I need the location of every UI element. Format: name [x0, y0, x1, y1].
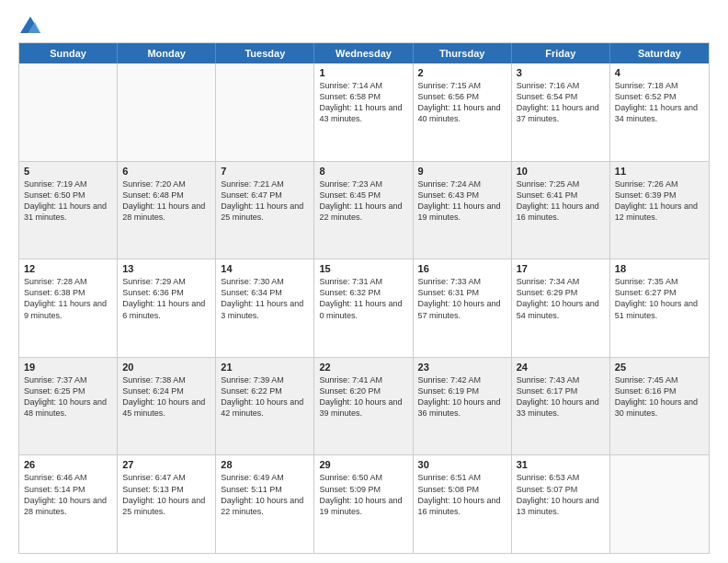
calendar-cell: 16Sunrise: 7:33 AM Sunset: 6:31 PM Dayli…: [414, 259, 512, 357]
header-day-wednesday: Wednesday: [314, 43, 413, 63]
day-number: 15: [319, 263, 407, 274]
day-number: 3: [517, 67, 605, 78]
calendar-cell: 22Sunrise: 7:41 AM Sunset: 6:20 PM Dayli…: [314, 358, 413, 455]
day-number: 1: [319, 67, 407, 78]
calendar-cell: 30Sunrise: 6:51 AM Sunset: 5:08 PM Dayli…: [414, 455, 512, 553]
day-number: 28: [221, 459, 309, 470]
calendar-header: SundayMondayTuesdayWednesdayThursdayFrid…: [19, 43, 709, 63]
day-info: Sunrise: 7:16 AM Sunset: 6:54 PM Dayligh…: [517, 80, 605, 125]
day-number: 23: [418, 362, 506, 373]
day-number: 7: [221, 166, 309, 177]
calendar-cell: 13Sunrise: 7:29 AM Sunset: 6:36 PM Dayli…: [118, 259, 216, 357]
day-number: 8: [319, 166, 407, 177]
day-info: Sunrise: 7:35 AM Sunset: 6:27 PM Dayligh…: [615, 276, 704, 321]
day-number: 5: [24, 166, 112, 177]
calendar-cell: 18Sunrise: 7:35 AM Sunset: 6:27 PM Dayli…: [610, 259, 709, 357]
calendar-cell: 24Sunrise: 7:43 AM Sunset: 6:17 PM Dayli…: [512, 358, 610, 455]
day-info: Sunrise: 7:41 AM Sunset: 6:20 PM Dayligh…: [319, 374, 407, 419]
day-number: 26: [24, 459, 112, 470]
day-info: Sunrise: 7:30 AM Sunset: 6:34 PM Dayligh…: [221, 276, 309, 321]
day-info: Sunrise: 7:38 AM Sunset: 6:24 PM Dayligh…: [122, 374, 210, 419]
day-info: Sunrise: 7:15 AM Sunset: 6:56 PM Dayligh…: [418, 80, 506, 125]
day-number: 13: [122, 263, 210, 274]
header: [18, 17, 710, 33]
day-info: Sunrise: 7:39 AM Sunset: 6:22 PM Dayligh…: [221, 374, 309, 419]
header-day-sunday: Sunday: [19, 43, 118, 63]
calendar-cell: 7Sunrise: 7:21 AM Sunset: 6:47 PM Daylig…: [216, 162, 314, 259]
calendar-body: 1Sunrise: 7:14 AM Sunset: 6:58 PM Daylig…: [19, 63, 709, 553]
calendar-cell: 15Sunrise: 7:31 AM Sunset: 6:32 PM Dayli…: [314, 259, 413, 357]
calendar-cell: [19, 63, 118, 161]
day-info: Sunrise: 7:37 AM Sunset: 6:25 PM Dayligh…: [24, 374, 112, 419]
day-info: Sunrise: 7:18 AM Sunset: 6:52 PM Dayligh…: [615, 80, 704, 125]
day-info: Sunrise: 7:25 AM Sunset: 6:41 PM Dayligh…: [517, 178, 605, 224]
calendar-row-2: 12Sunrise: 7:28 AM Sunset: 6:38 PM Dayli…: [19, 259, 709, 357]
calendar-cell: 23Sunrise: 7:42 AM Sunset: 6:19 PM Dayli…: [414, 358, 512, 455]
day-number: 21: [221, 362, 309, 373]
calendar-cell: 17Sunrise: 7:34 AM Sunset: 6:29 PM Dayli…: [512, 259, 610, 357]
day-number: 17: [517, 263, 605, 274]
calendar-cell: 11Sunrise: 7:26 AM Sunset: 6:39 PM Dayli…: [610, 162, 709, 259]
day-info: Sunrise: 7:28 AM Sunset: 6:38 PM Dayligh…: [24, 276, 112, 321]
calendar: SundayMondayTuesdayWednesdayThursdayFrid…: [18, 42, 710, 554]
calendar-cell: 9Sunrise: 7:24 AM Sunset: 6:43 PM Daylig…: [414, 162, 512, 259]
calendar-cell: 2Sunrise: 7:15 AM Sunset: 6:56 PM Daylig…: [414, 63, 512, 161]
calendar-row-0: 1Sunrise: 7:14 AM Sunset: 6:58 PM Daylig…: [19, 63, 709, 161]
day-number: 25: [615, 362, 704, 373]
calendar-cell: 14Sunrise: 7:30 AM Sunset: 6:34 PM Dayli…: [216, 259, 314, 357]
day-number: 10: [517, 166, 605, 177]
calendar-cell: 12Sunrise: 7:28 AM Sunset: 6:38 PM Dayli…: [19, 259, 118, 357]
calendar-cell: [216, 63, 314, 161]
day-number: 4: [615, 67, 704, 78]
calendar-cell: 4Sunrise: 7:18 AM Sunset: 6:52 PM Daylig…: [610, 63, 709, 161]
day-number: 27: [122, 459, 210, 470]
day-info: Sunrise: 6:49 AM Sunset: 5:11 PM Dayligh…: [221, 472, 309, 517]
day-number: 11: [615, 166, 704, 177]
day-info: Sunrise: 7:42 AM Sunset: 6:19 PM Dayligh…: [418, 374, 506, 419]
header-day-thursday: Thursday: [414, 43, 512, 63]
calendar-cell: 1Sunrise: 7:14 AM Sunset: 6:58 PM Daylig…: [314, 63, 413, 161]
day-info: Sunrise: 6:53 AM Sunset: 5:07 PM Dayligh…: [517, 472, 605, 517]
page: SundayMondayTuesdayWednesdayThursdayFrid…: [0, 0, 728, 563]
day-number: 2: [418, 67, 506, 78]
calendar-cell: 10Sunrise: 7:25 AM Sunset: 6:41 PM Dayli…: [512, 162, 610, 259]
day-info: Sunrise: 7:29 AM Sunset: 6:36 PM Dayligh…: [122, 276, 210, 321]
day-info: Sunrise: 7:21 AM Sunset: 6:47 PM Dayligh…: [221, 178, 309, 224]
day-number: 12: [24, 263, 112, 274]
day-info: Sunrise: 7:34 AM Sunset: 6:29 PM Dayligh…: [517, 276, 605, 321]
day-info: Sunrise: 6:50 AM Sunset: 5:09 PM Dayligh…: [319, 472, 407, 517]
day-info: Sunrise: 7:20 AM Sunset: 6:48 PM Dayligh…: [122, 178, 210, 224]
day-number: 29: [319, 459, 407, 470]
calendar-cell: 3Sunrise: 7:16 AM Sunset: 6:54 PM Daylig…: [512, 63, 610, 161]
day-number: 6: [122, 166, 210, 177]
day-info: Sunrise: 6:51 AM Sunset: 5:08 PM Dayligh…: [418, 472, 506, 517]
header-day-saturday: Saturday: [610, 43, 709, 63]
day-info: Sunrise: 7:31 AM Sunset: 6:32 PM Dayligh…: [319, 276, 407, 321]
calendar-cell: 25Sunrise: 7:45 AM Sunset: 6:16 PM Dayli…: [610, 358, 709, 455]
day-info: Sunrise: 7:45 AM Sunset: 6:16 PM Dayligh…: [615, 374, 704, 419]
calendar-cell: 31Sunrise: 6:53 AM Sunset: 5:07 PM Dayli…: [512, 455, 610, 553]
day-info: Sunrise: 7:24 AM Sunset: 6:43 PM Dayligh…: [418, 178, 506, 224]
header-day-monday: Monday: [118, 43, 216, 63]
day-number: 9: [418, 166, 506, 177]
calendar-cell: 29Sunrise: 6:50 AM Sunset: 5:09 PM Dayli…: [314, 455, 413, 553]
header-day-friday: Friday: [512, 43, 610, 63]
calendar-cell: [118, 63, 216, 161]
calendar-cell: 6Sunrise: 7:20 AM Sunset: 6:48 PM Daylig…: [118, 162, 216, 259]
day-number: 16: [418, 263, 506, 274]
calendar-cell: 20Sunrise: 7:38 AM Sunset: 6:24 PM Dayli…: [118, 358, 216, 455]
calendar-cell: 8Sunrise: 7:23 AM Sunset: 6:45 PM Daylig…: [314, 162, 413, 259]
day-info: Sunrise: 7:14 AM Sunset: 6:58 PM Dayligh…: [319, 80, 407, 125]
calendar-row-4: 26Sunrise: 6:46 AM Sunset: 5:14 PM Dayli…: [19, 454, 709, 553]
calendar-row-1: 5Sunrise: 7:19 AM Sunset: 6:50 PM Daylig…: [19, 161, 709, 259]
day-number: 31: [517, 459, 605, 470]
calendar-cell: 28Sunrise: 6:49 AM Sunset: 5:11 PM Dayli…: [216, 455, 314, 553]
day-number: 22: [319, 362, 407, 373]
header-day-tuesday: Tuesday: [216, 43, 314, 63]
day-info: Sunrise: 7:43 AM Sunset: 6:17 PM Dayligh…: [517, 374, 605, 419]
calendar-cell: 19Sunrise: 7:37 AM Sunset: 6:25 PM Dayli…: [19, 358, 118, 455]
day-info: Sunrise: 6:46 AM Sunset: 5:14 PM Dayligh…: [24, 472, 112, 517]
day-number: 14: [221, 263, 309, 274]
day-info: Sunrise: 6:47 AM Sunset: 5:13 PM Dayligh…: [122, 472, 210, 517]
calendar-cell: 26Sunrise: 6:46 AM Sunset: 5:14 PM Dayli…: [19, 455, 118, 553]
